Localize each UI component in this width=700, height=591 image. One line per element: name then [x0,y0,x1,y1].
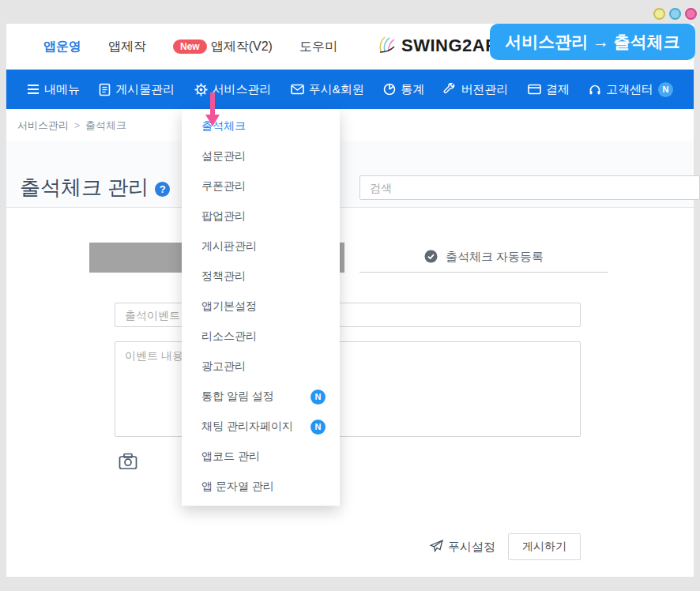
tab-label: 앱제작(V2) [211,39,273,55]
new-badge: New [173,40,207,54]
page-title-text: 출석체크 관리 [20,174,149,201]
header-tabs: 앱운영 앱제작 New 앱제작(V2) 도우미 [43,39,337,55]
nav-label: 통계 [401,82,424,97]
menu-item-app-string[interactable]: 앱 문자열 관리 [182,472,340,502]
search-input[interactable] [359,175,700,200]
menu-item-policy[interactable]: 정책관리 [182,262,340,292]
menu-item-label: 설문관리 [201,149,246,164]
breadcrumb-service-management[interactable]: 서비스관리 [17,119,69,133]
help-icon[interactable]: ? [155,182,170,197]
tab-app-create-v2[interactable]: New 앱제작(V2) [173,39,273,55]
paper-plane-icon [430,540,443,555]
tab-label: 도우미 [299,39,337,55]
menu-item-label: 게시판관리 [201,239,257,254]
document-icon [99,83,111,96]
annotation-callout: 서비스관리 → 출석체크 [490,24,695,60]
menu-item-label: 쿠폰관리 [201,179,246,194]
nav-label: 결제 [546,82,570,97]
new-indicator-badge: N [310,420,326,435]
title-section: 출석체크 관리 ? [6,141,694,208]
menu-item-label: 앱기본설정 [201,299,257,314]
nav-label: 내메뉴 [44,82,80,97]
bottom-actions: 푸시설정 게시하기 [430,533,581,560]
page-title: 출석체크 관리 ? [20,174,170,201]
nav-my-menu[interactable]: 내메뉴 [27,82,80,97]
menu-item-coupon[interactable]: 쿠폰관리 [182,171,340,201]
menu-item-label: 리소스관리 [201,329,257,344]
logo-swoosh-icon [378,35,398,57]
menu-item-app-basic-settings[interactable]: 앱기본설정 [182,292,340,322]
tab-label: 앱운영 [43,39,81,55]
menu-icon [27,84,40,95]
menu-item-integrated-notification[interactable]: 통합 알림 설정 N [182,382,340,412]
menu-item-label: 통합 알림 설정 [201,390,274,404]
menu-item-popup[interactable]: 팝업관리 [182,201,340,232]
nav-customer-center[interactable]: 고객센터 N [589,82,673,97]
menu-item-label: 광고관리 [201,359,246,374]
wrench-icon [443,83,456,96]
tab-app-operation[interactable]: 앱운영 [43,39,81,55]
menu-item-chat-admin-page[interactable]: 채팅 관리자페이지 N [182,412,340,442]
nav-version-management[interactable]: 버전관리 [443,82,508,97]
nav-label: 고객센터 [606,82,653,97]
main-panel: 앱운영 앱제작 New 앱제작(V2) 도우미 [6,24,694,577]
push-settings-button[interactable]: 푸시설정 [430,540,495,555]
menu-item-label: 앱 문자열 관리 [201,480,274,494]
annotation-arrow-icon [204,92,221,131]
main-nav: 내메뉴 게시물관리 서비스관리 푸시&회원 통계 [6,70,694,109]
window-dot-pink[interactable] [685,8,697,20]
tab-helper[interactable]: 도우미 [299,39,337,55]
menu-item-advertising[interactable]: 광고관리 [182,352,340,382]
card-icon [528,84,541,95]
menu-item-app-code[interactable]: 앱코드 관리 [182,442,340,472]
menu-item-board[interactable]: 게시판관리 [182,232,340,262]
window-dot-yellow[interactable] [653,8,665,20]
breadcrumb-separator: > [74,120,80,131]
publish-button[interactable]: 게시하기 [508,533,581,560]
camera-icon[interactable] [119,453,137,472]
new-indicator-badge: N [658,82,673,97]
breadcrumb-attendance-check: 출석체크 [85,119,126,133]
mail-icon [291,84,304,95]
pie-chart-icon [383,83,396,96]
menu-item-label: 정책관리 [201,269,246,284]
menu-item-label: 팝업관리 [201,209,246,224]
tab-label: 앱제작 [108,39,146,55]
new-indicator-badge: N [310,390,326,405]
window-dot-blue[interactable] [669,8,681,20]
nav-label: 버전관리 [461,82,508,97]
nav-post-management[interactable]: 게시물관리 [99,82,175,97]
headset-icon [589,84,601,96]
menu-item-survey[interactable]: 설문관리 [182,141,340,171]
nav-label: 게시물관리 [115,82,175,97]
service-management-dropdown: 출석체크 설문관리 쿠폰관리 팝업관리 게시판관리 정책관리 앱기본설정 리소스… [182,109,340,506]
nav-label: 푸시&회원 [309,82,364,97]
menu-item-label: 앱코드 관리 [201,450,260,464]
push-settings-label: 푸시설정 [448,540,495,555]
breadcrumb: 서비스관리 > 출석체크 [17,119,126,133]
tab-auto-register[interactable]: 출석체크 자동등록 [359,243,608,273]
nav-push-members[interactable]: 푸시&회원 [291,82,364,97]
tab-auto-register-label: 출석체크 자동등록 [446,250,544,265]
menu-item-resource[interactable]: 리소스관리 [182,322,340,352]
menu-item-label: 채팅 관리자페이지 [201,420,293,434]
nav-payment[interactable]: 결제 [528,82,570,97]
check-circle-icon [424,250,438,265]
tab-app-create[interactable]: 앱제작 [108,39,146,55]
nav-statistics[interactable]: 통계 [383,82,424,97]
